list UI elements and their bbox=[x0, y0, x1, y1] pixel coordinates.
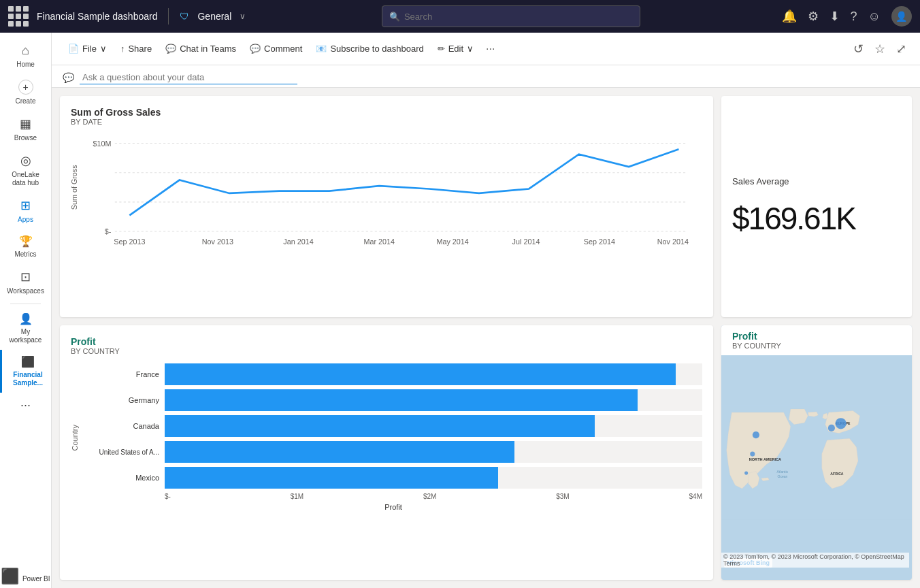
bar-track-canada bbox=[165, 415, 702, 437]
favorite-icon[interactable]: ☆ bbox=[872, 39, 888, 59]
edit-chevron: ∨ bbox=[467, 44, 474, 54]
svg-text:Sum of Gross: Sum of Gross bbox=[71, 165, 78, 210]
sidebar-divider bbox=[10, 304, 41, 304]
map-title: Profit bbox=[732, 331, 901, 342]
workspace-name[interactable]: General bbox=[197, 11, 231, 22]
sidebar-label-apps: Apps bbox=[18, 216, 33, 224]
bar-track-usa bbox=[165, 441, 702, 463]
sales-avg-card: Sales Average $169.61K bbox=[721, 96, 912, 317]
dashboard: Sum of Gross Sales BY DATE $10M $- Sum o… bbox=[52, 88, 920, 588]
bar-label-germany: Germany bbox=[84, 396, 159, 404]
x-label-2: $2M bbox=[423, 493, 436, 500]
settings-icon[interactable]: ⚙ bbox=[808, 9, 819, 24]
svg-text:Nov 2014: Nov 2014 bbox=[657, 238, 689, 246]
svg-text:Atlantic: Atlantic bbox=[776, 470, 788, 474]
share-button[interactable]: ↑ Share bbox=[115, 40, 157, 57]
sidebar-item-onelake[interactable]: ◎ OneLakedata hub bbox=[0, 148, 51, 193]
svg-text:Nov 2013: Nov 2013 bbox=[202, 238, 233, 246]
sidebar-item-more[interactable]: ··· bbox=[0, 393, 51, 418]
workspace-chevron[interactable]: ∨ bbox=[240, 12, 246, 21]
browse-icon: ▦ bbox=[20, 116, 31, 131]
sidebar-item-workspaces[interactable]: ⊡ Workspaces bbox=[0, 264, 51, 301]
create-icon: + bbox=[18, 80, 33, 95]
chat-button[interactable]: 💬 Chat in Teams bbox=[160, 40, 242, 57]
top-nav: Financial Sample dashboard 🛡 General ∨ 🔍… bbox=[0, 0, 920, 33]
edit-label: Edit bbox=[448, 44, 463, 54]
sidebar-item-create[interactable]: + Create bbox=[0, 74, 51, 111]
edit-button[interactable]: ✏ Edit ∨ bbox=[432, 40, 479, 57]
sidebar-item-myworkspace[interactable]: 👤 Myworkspace bbox=[0, 307, 51, 350]
bar-label-france: France bbox=[84, 370, 159, 378]
sidebar-label-financial: FinancialSample... bbox=[13, 371, 43, 387]
svg-text:AFRICA: AFRICA bbox=[830, 472, 844, 476]
map-svg: NORTH AMERICA EUROPE AFRICA Atlantic Oce… bbox=[721, 355, 912, 570]
svg-text:Sep 2014: Sep 2014 bbox=[584, 238, 615, 246]
bar-track-germany bbox=[165, 389, 702, 411]
more-icon: ··· bbox=[20, 398, 31, 412]
svg-text:Jan 2014: Jan 2014 bbox=[283, 238, 313, 246]
bar-label-usa: United States of A... bbox=[84, 448, 159, 456]
subscribe-button[interactable]: 📧 Subscribe to dashboard bbox=[310, 40, 429, 57]
avatar[interactable]: 👤 bbox=[891, 6, 912, 27]
chat-label: Chat in Teams bbox=[180, 44, 236, 54]
myworkspace-icon: 👤 bbox=[19, 312, 33, 325]
search-bar[interactable]: 🔍 bbox=[382, 5, 640, 27]
bell-icon[interactable]: 🔔 bbox=[782, 9, 797, 24]
share-icon: ↑ bbox=[120, 44, 125, 54]
bar-track-mexico bbox=[165, 467, 702, 489]
sidebar-label-workspaces: Workspaces bbox=[7, 287, 44, 295]
main-layout: ⌂ Home + Create ▦ Browse ◎ OneLakedata h… bbox=[0, 33, 920, 588]
apps-icon: ⊞ bbox=[20, 198, 31, 213]
svg-text:Jul 2014: Jul 2014 bbox=[512, 238, 540, 246]
svg-point-22 bbox=[835, 418, 846, 429]
sidebar-label-myworkspace: Myworkspace bbox=[10, 328, 42, 344]
comment-button[interactable]: 💬 Comment bbox=[244, 40, 308, 57]
sidebar-item-financial[interactable]: ⬛ FinancialSample... bbox=[2, 350, 51, 393]
svg-text:NORTH AMERICA: NORTH AMERICA bbox=[749, 458, 781, 462]
svg-point-21 bbox=[753, 431, 759, 438]
bar-chart-subtitle: BY COUNTRY bbox=[71, 347, 702, 355]
bar-row-mexico: Mexico bbox=[84, 467, 702, 489]
map-credit: © 2023 TomTom, © 2023 Microsoft Corporat… bbox=[721, 553, 909, 568]
bar-row-france: France bbox=[84, 363, 702, 385]
bar-row-canada: Canada bbox=[84, 415, 702, 437]
teams-icon: 💬 bbox=[165, 44, 176, 54]
svg-point-25 bbox=[744, 472, 748, 475]
search-input[interactable] bbox=[404, 12, 633, 22]
sidebar-label-home: Home bbox=[16, 61, 35, 69]
qa-icon: 💬 bbox=[63, 72, 74, 83]
sidebar: ⌂ Home + Create ▦ Browse ◎ OneLakedata h… bbox=[0, 33, 52, 588]
feedback-icon[interactable]: ☺ bbox=[868, 10, 881, 24]
edit-icon: ✏ bbox=[438, 44, 445, 54]
sales-avg-title: Sales Average bbox=[732, 176, 789, 186]
more-options-button[interactable]: ··· bbox=[482, 40, 499, 58]
x-label-0: $- bbox=[165, 493, 171, 500]
sidebar-item-metrics[interactable]: 🏆 Metrics bbox=[0, 229, 51, 264]
fullscreen-icon[interactable]: ⤢ bbox=[893, 39, 909, 59]
bar-chart-xaxis: $- $1M $2M $3M $4M bbox=[84, 493, 702, 500]
bar-label-canada: Canada bbox=[84, 422, 159, 430]
x-label-4: $4M bbox=[689, 493, 702, 500]
svg-text:Ocean: Ocean bbox=[777, 474, 787, 478]
download-icon[interactable]: ⬇ bbox=[829, 9, 840, 24]
svg-text:$10M: $10M bbox=[93, 140, 111, 148]
sidebar-item-browse[interactable]: ▦ Browse bbox=[0, 111, 51, 148]
qa-input[interactable] bbox=[80, 71, 297, 84]
line-chart-card: Sum of Gross Sales BY DATE $10M $- Sum o… bbox=[60, 96, 713, 317]
nav-divider bbox=[168, 8, 169, 24]
sidebar-item-financial-active[interactable]: ⬛ FinancialSample... bbox=[0, 350, 51, 393]
file-chevron: ∨ bbox=[100, 44, 107, 54]
shield-icon: 🛡 bbox=[180, 11, 189, 22]
nav-icons: 🔔 ⚙ ⬇ ? ☺ 👤 bbox=[782, 6, 912, 27]
comment-icon: 💬 bbox=[250, 44, 261, 54]
file-button[interactable]: 📄 File ∨ bbox=[63, 40, 112, 57]
sidebar-label-metrics: Metrics bbox=[14, 250, 36, 259]
waffle-menu[interactable] bbox=[8, 6, 29, 27]
sidebar-item-home[interactable]: ⌂ Home bbox=[0, 38, 51, 74]
sidebar-item-apps[interactable]: ⊞ Apps bbox=[0, 193, 51, 229]
help-icon[interactable]: ? bbox=[851, 10, 857, 24]
svg-point-23 bbox=[828, 425, 835, 431]
svg-text:$-: $- bbox=[105, 227, 112, 235]
refresh-icon[interactable]: ↺ bbox=[851, 39, 866, 59]
onelake-icon: ◎ bbox=[20, 153, 31, 168]
